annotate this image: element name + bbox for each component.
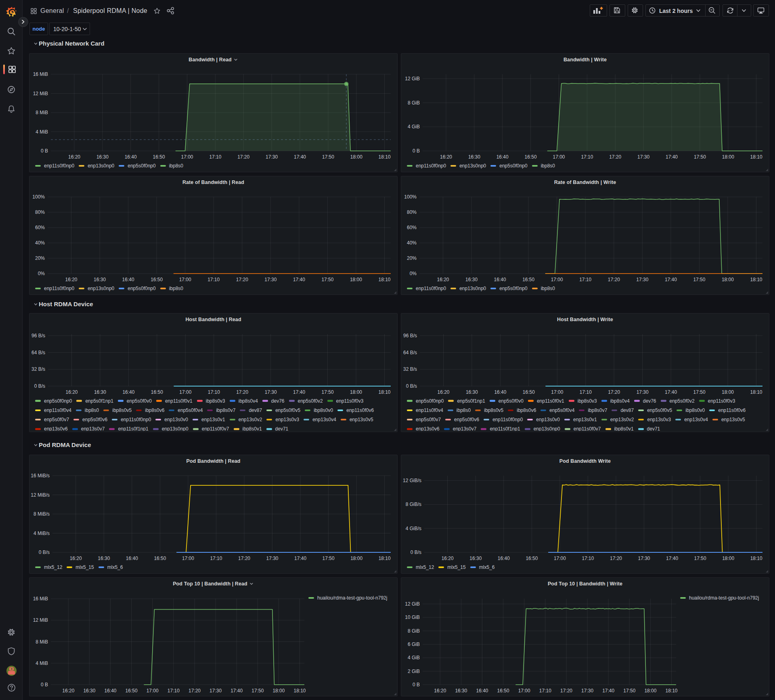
svg-text:17:20: 17:20 xyxy=(238,556,250,561)
svg-text:80%: 80% xyxy=(407,209,417,215)
svg-text:64 B/s: 64 B/s xyxy=(31,350,45,355)
svg-text:64 B/s: 64 B/s xyxy=(403,350,417,355)
svg-text:4 GiB: 4 GiB xyxy=(408,655,420,660)
svg-text:16:20: 16:20 xyxy=(65,389,78,395)
svg-text:16:40: 16:40 xyxy=(122,389,134,395)
svg-text:16:50: 16:50 xyxy=(525,154,537,160)
svg-text:32 B/s: 32 B/s xyxy=(31,366,45,372)
svg-text:17:40: 17:40 xyxy=(666,154,678,160)
svg-text:17:40: 17:40 xyxy=(294,556,306,561)
svg-text:16:50: 16:50 xyxy=(126,688,138,694)
svg-text:16:50: 16:50 xyxy=(522,277,534,282)
svg-text:17:10: 17:10 xyxy=(168,688,180,694)
svg-text:18:00: 18:00 xyxy=(350,556,362,561)
svg-text:8 MiB/s: 8 MiB/s xyxy=(34,511,50,517)
svg-text:10 GiB: 10 GiB xyxy=(405,614,420,620)
svg-text:40%: 40% xyxy=(35,240,45,246)
svg-text:17:30: 17:30 xyxy=(581,688,593,694)
svg-text:0 B/s: 0 B/s xyxy=(39,550,50,555)
svg-text:0%: 0% xyxy=(410,271,417,276)
svg-text:17:00: 17:00 xyxy=(518,688,530,694)
svg-text:18:10: 18:10 xyxy=(378,277,390,282)
svg-text:17:20: 17:20 xyxy=(236,389,248,395)
svg-text:17:20: 17:20 xyxy=(610,556,622,561)
svg-text:17:20: 17:20 xyxy=(609,154,621,160)
svg-text:8 GiB/s: 8 GiB/s xyxy=(406,501,421,507)
svg-text:4 GiB: 4 GiB xyxy=(408,124,420,130)
svg-text:16 MiB: 16 MiB xyxy=(33,71,48,77)
svg-text:17:20: 17:20 xyxy=(608,389,620,395)
svg-text:16:20: 16:20 xyxy=(62,688,74,694)
svg-text:16:20: 16:20 xyxy=(442,556,454,561)
svg-text:16:50: 16:50 xyxy=(153,154,165,160)
svg-text:8 GiB: 8 GiB xyxy=(408,628,420,634)
svg-text:16:20: 16:20 xyxy=(440,154,452,160)
svg-text:17:00: 17:00 xyxy=(551,389,563,395)
svg-text:16:20: 16:20 xyxy=(70,556,82,561)
svg-text:4 MiB: 4 MiB xyxy=(36,660,48,666)
svg-text:17:40: 17:40 xyxy=(293,389,305,395)
svg-text:17:20: 17:20 xyxy=(608,277,620,282)
svg-text:16:30: 16:30 xyxy=(466,389,478,395)
svg-text:17:40: 17:40 xyxy=(230,688,243,694)
svg-text:16:30: 16:30 xyxy=(455,688,467,694)
svg-text:12 GiB: 12 GiB xyxy=(405,76,420,81)
svg-text:0 B: 0 B xyxy=(41,682,48,687)
svg-text:16:50: 16:50 xyxy=(151,277,163,282)
svg-text:16:30: 16:30 xyxy=(96,154,109,160)
svg-text:96 B/s: 96 B/s xyxy=(403,333,417,339)
svg-text:18:10: 18:10 xyxy=(378,389,390,395)
svg-text:17:30: 17:30 xyxy=(264,277,276,282)
svg-text:18:00: 18:00 xyxy=(722,389,734,395)
svg-text:16 MiB/s: 16 MiB/s xyxy=(31,473,50,479)
svg-text:18:00: 18:00 xyxy=(722,277,734,282)
svg-text:8 GiB: 8 GiB xyxy=(408,100,420,106)
svg-text:17:50: 17:50 xyxy=(623,688,635,694)
svg-text:16:30: 16:30 xyxy=(83,688,95,694)
svg-text:18:00: 18:00 xyxy=(722,556,734,561)
svg-text:17:00: 17:00 xyxy=(147,688,159,694)
svg-text:17:50: 17:50 xyxy=(693,277,705,282)
svg-text:20%: 20% xyxy=(407,255,417,261)
svg-text:17:10: 17:10 xyxy=(208,389,220,395)
svg-text:16:40: 16:40 xyxy=(122,277,134,282)
svg-text:100%: 100% xyxy=(32,194,45,200)
svg-text:18:00: 18:00 xyxy=(644,688,656,694)
svg-text:17:20: 17:20 xyxy=(189,688,201,694)
svg-text:0 B/s: 0 B/s xyxy=(411,550,421,555)
svg-text:0 B: 0 B xyxy=(41,148,48,154)
svg-text:60%: 60% xyxy=(407,225,417,230)
svg-text:16:40: 16:40 xyxy=(104,688,116,694)
svg-text:17:00: 17:00 xyxy=(553,154,565,160)
svg-text:16:20: 16:20 xyxy=(437,389,449,395)
svg-text:96 B/s: 96 B/s xyxy=(31,333,45,339)
svg-text:16:40: 16:40 xyxy=(476,688,488,694)
svg-text:17:50: 17:50 xyxy=(251,688,264,694)
svg-text:16:50: 16:50 xyxy=(154,556,166,561)
svg-text:12 MiB/s: 12 MiB/s xyxy=(31,492,50,498)
svg-text:6 GiB: 6 GiB xyxy=(408,641,420,647)
svg-text:16:40: 16:40 xyxy=(126,556,138,561)
svg-text:0%: 0% xyxy=(38,271,45,276)
svg-text:12 GiB: 12 GiB xyxy=(405,601,420,607)
svg-text:17:50: 17:50 xyxy=(694,154,706,160)
svg-text:0 B: 0 B xyxy=(413,682,420,687)
svg-text:17:00: 17:00 xyxy=(551,277,563,282)
svg-text:16:40: 16:40 xyxy=(498,556,510,561)
svg-text:60%: 60% xyxy=(35,225,45,230)
svg-text:16:40: 16:40 xyxy=(494,389,506,395)
svg-text:16:30: 16:30 xyxy=(94,389,106,395)
svg-text:17:50: 17:50 xyxy=(322,389,334,395)
svg-text:17:50: 17:50 xyxy=(321,277,333,282)
svg-text:17:50: 17:50 xyxy=(694,556,706,561)
svg-text:40%: 40% xyxy=(407,240,417,246)
svg-text:8 MiB: 8 MiB xyxy=(36,639,48,645)
svg-text:18:00: 18:00 xyxy=(722,154,734,160)
svg-text:17:10: 17:10 xyxy=(207,277,220,282)
svg-text:16:30: 16:30 xyxy=(465,277,478,282)
svg-text:17:00: 17:00 xyxy=(179,389,191,395)
svg-text:4 MiB/s: 4 MiB/s xyxy=(34,531,50,536)
svg-text:17:00: 17:00 xyxy=(179,277,191,282)
svg-text:16:20: 16:20 xyxy=(68,154,80,160)
svg-text:17:10: 17:10 xyxy=(580,389,592,395)
